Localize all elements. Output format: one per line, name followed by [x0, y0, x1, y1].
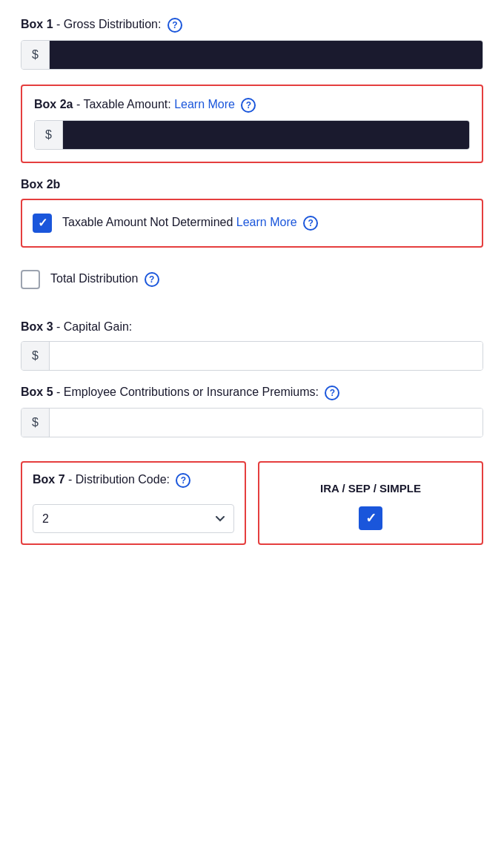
box3-text: - Capital Gain:: [53, 320, 133, 333]
box7-ira-row: Box 7 - Distribution Code: ? 1 2 3 4 5 6…: [21, 461, 483, 545]
total-distribution-help-icon[interactable]: ?: [145, 272, 159, 287]
box5-text: - Employee Contributions or Insurance Pr…: [53, 386, 319, 398]
box1-text: - Gross Distribution:: [53, 18, 162, 30]
box2a-section: Box 2a - Taxable Amount: Learn More ? $: [21, 85, 483, 163]
box2a-input[interactable]: [63, 121, 469, 149]
box2a-prefix: $: [35, 121, 63, 149]
box2a-bold: Box 2a: [34, 98, 73, 110]
box7-label: Box 7 - Distribution Code: ?: [33, 473, 234, 488]
ira-section: IRA / SEP / SIMPLE ✓: [258, 461, 483, 545]
box7-text: - Distribution Code:: [65, 473, 170, 486]
box2a-text: - Taxable Amount:: [73, 98, 170, 110]
box5-bold: Box 5: [21, 386, 53, 398]
taxable-not-determined-checkbox[interactable]: ✓: [33, 214, 52, 233]
box1-section: Box 1 - Gross Distribution: ? $: [21, 18, 483, 70]
taxable-not-determined-row: ✓ Taxable Amount Not Determined Learn Mo…: [33, 206, 471, 240]
box1-help-icon[interactable]: ?: [168, 18, 182, 33]
box2a-learn-more-link[interactable]: Learn More: [174, 98, 235, 110]
check-icon: ✓: [38, 217, 47, 229]
box1-label: Box 1 - Gross Distribution: ?: [21, 18, 483, 33]
box5-input-row: $: [21, 408, 483, 437]
box7-bold: Box 7: [33, 473, 65, 486]
box3-input[interactable]: [50, 342, 483, 370]
taxable-not-determined-help-icon[interactable]: ?: [303, 216, 318, 231]
box2b-section: Box 2b ✓ Taxable Amount Not Determined L…: [21, 178, 483, 297]
box3-label: Box 3 - Capital Gain:: [21, 320, 483, 334]
box5-prefix: $: [21, 409, 50, 437]
ira-check-icon: ✓: [365, 512, 377, 525]
box3-prefix: $: [21, 342, 50, 370]
ira-checkbox[interactable]: ✓: [359, 506, 382, 530]
box3-input-row: $: [21, 341, 483, 371]
box1-bold: Box 1: [21, 18, 53, 30]
box7-select[interactable]: 1 2 3 4 5 6 7 8 9: [33, 504, 234, 533]
box1-input[interactable]: [50, 41, 483, 69]
box2a-label: Box 2a - Taxable Amount: Learn More ?: [34, 98, 470, 113]
box1-input-row: $: [21, 40, 483, 70]
box3-section: Box 3 - Capital Gain: $: [21, 320, 483, 371]
box2a-input-row: $: [34, 120, 470, 150]
box5-help-icon[interactable]: ?: [325, 386, 339, 400]
box3-bold: Box 3: [21, 320, 53, 333]
box7-section: Box 7 - Distribution Code: ? 1 2 3 4 5 6…: [21, 461, 246, 545]
box5-input[interactable]: [50, 409, 483, 437]
total-distribution-label: Total Distribution ?: [50, 272, 159, 287]
taxable-not-determined-section: ✓ Taxable Amount Not Determined Learn Mo…: [21, 199, 483, 248]
box7-help-icon[interactable]: ?: [176, 473, 190, 488]
box5-label: Box 5 - Employee Contributions or Insura…: [21, 386, 483, 400]
box2b-bold: Box 2b: [21, 178, 60, 191]
box2b-label: Box 2b: [21, 178, 483, 191]
box2a-help-icon[interactable]: ?: [241, 98, 256, 113]
box5-section: Box 5 - Employee Contributions or Insura…: [21, 386, 483, 437]
taxable-not-determined-label: Taxable Amount Not Determined Learn More…: [62, 216, 318, 231]
ira-title: IRA / SEP / SIMPLE: [320, 482, 421, 495]
taxable-not-determined-learn-more[interactable]: Learn More: [236, 216, 297, 228]
total-distribution-row: Total Distribution ?: [21, 262, 483, 297]
ira-content: IRA / SEP / SIMPLE ✓: [270, 473, 471, 532]
box1-prefix: $: [21, 41, 50, 69]
total-distribution-checkbox[interactable]: [21, 270, 40, 289]
